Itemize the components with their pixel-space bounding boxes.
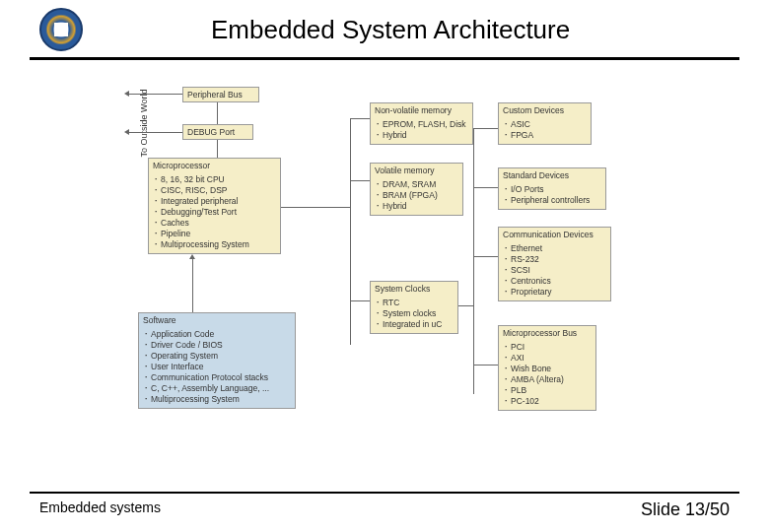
list-item: CISC, RISC, DSP [153, 185, 276, 196]
logo-icon [39, 8, 83, 51]
list-item: Hybrid [375, 201, 458, 212]
list-item: 8, 16, 32 bit CPU [153, 174, 276, 185]
list-item: Peripheral controllers [503, 195, 601, 206]
box-title: Software [139, 313, 295, 327]
list-item: PLB [503, 385, 592, 396]
list-item: PC-102 [503, 396, 592, 407]
box-debug-port: DEBUG Port [182, 124, 253, 140]
box-microprocessor-bus: Microprocessor Bus PCIAXIWish BoneAMBA (… [498, 325, 596, 411]
list-item: Ethernet [503, 243, 606, 254]
list-item: Driver Code / BIOS [143, 340, 291, 351]
footer-left: Embedded systems [39, 499, 161, 520]
box-title: DEBUG Port [183, 125, 252, 139]
list-item: AXI [503, 353, 592, 364]
list-item: I/O Ports [503, 184, 601, 195]
list-item: DRAM, SRAM [375, 179, 458, 190]
box-communication-devices: Communication Devices EthernetRS-232SCSI… [498, 227, 611, 301]
box-title: Microprocessor [149, 159, 280, 172]
box-title: Non-volatile memory [371, 103, 472, 117]
box-title: Volatile memory [371, 164, 462, 177]
outside-world-label: To Outside World [139, 90, 149, 158]
list-item: Proprietary [503, 287, 606, 298]
box-system-clocks: System Clocks RTCSystem clocksIntegrated… [370, 281, 458, 334]
box-standard-devices: Standard Devices I/O PortsPeripheral con… [498, 167, 606, 210]
architecture-diagram: To Outside World Peripheral Bus DEBUG Po… [128, 79, 680, 453]
divider-top [30, 57, 739, 60]
box-title: Custom Devices [499, 103, 591, 117]
list-item: EPROM, FLASH, Disk [375, 119, 468, 130]
list-item: Application Code [143, 329, 291, 340]
list-item: Hybrid [375, 130, 468, 141]
list-item: Communication Protocol stacks [143, 372, 291, 383]
list-item: Debugging/Test Port [153, 207, 276, 218]
list-item: System clocks [375, 308, 454, 319]
list-item: Integrated in uC [375, 319, 454, 330]
list-item: Operating System [143, 351, 291, 362]
list-item: Centronics [503, 276, 606, 287]
box-volatile-memory: Volatile memory DRAM, SRAMBRAM (FPGA)Hyb… [370, 163, 463, 216]
list-item: Multiprocessing System [143, 394, 291, 405]
box-title: Standard Devices [499, 168, 605, 182]
list-item: BRAM (FPGA) [375, 190, 458, 201]
list-item: RS-232 [503, 254, 606, 265]
list-item: PCI [503, 342, 592, 353]
list-item: AMBA (Altera) [503, 374, 592, 385]
box-title: Microprocessor Bus [499, 326, 595, 340]
list-item: Integrated peripheral [153, 196, 276, 207]
list-item: ASIC [503, 119, 587, 130]
box-title: Communication Devices [499, 228, 610, 241]
footer: Embedded systems Slide 13/50 [0, 492, 769, 520]
list-item: Caches [153, 218, 276, 229]
box-peripheral-bus: Peripheral Bus [182, 87, 259, 102]
list-item: SCSI [503, 265, 606, 276]
box-microprocessor: Microprocessor 8, 16, 32 bit CPUCISC, RI… [148, 158, 281, 254]
list-item: Wish Bone [503, 364, 592, 374]
list-item: FPGA [503, 130, 587, 141]
list-item: Multiprocessing System [153, 239, 276, 250]
list-item: User Interface [143, 362, 291, 372]
box-title: System Clocks [371, 282, 457, 296]
box-title: Peripheral Bus [183, 88, 258, 101]
box-software: Software Application CodeDriver Code / B… [138, 312, 296, 409]
slide-number: Slide 13/50 [641, 499, 730, 520]
list-item: Pipeline [153, 229, 276, 239]
divider-bottom [30, 492, 739, 494]
page-title: Embedded System Architecture [211, 15, 570, 45]
list-item: RTC [375, 298, 454, 308]
box-custom-devices: Custom Devices ASICFPGA [498, 102, 592, 145]
list-item: C, C++, Assembly Language, ... [143, 383, 291, 394]
box-nonvolatile-memory: Non-volatile memory EPROM, FLASH, DiskHy… [370, 102, 473, 145]
